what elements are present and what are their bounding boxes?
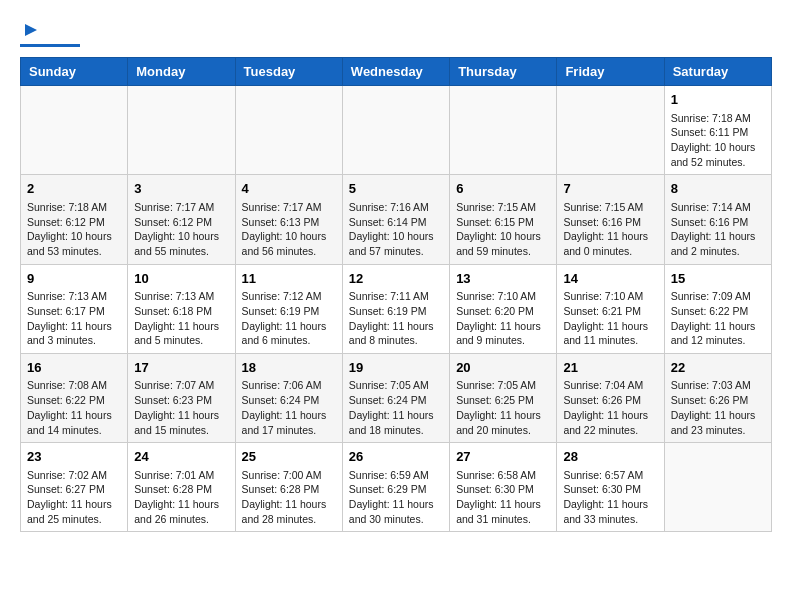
day-number: 18 bbox=[242, 359, 336, 377]
calendar-cell bbox=[450, 86, 557, 175]
calendar-cell: 1Sunrise: 7:18 AM Sunset: 6:11 PM Daylig… bbox=[664, 86, 771, 175]
day-info: Sunrise: 7:09 AM Sunset: 6:22 PM Dayligh… bbox=[671, 289, 765, 348]
calendar-cell: 19Sunrise: 7:05 AM Sunset: 6:24 PM Dayli… bbox=[342, 353, 449, 442]
column-header-saturday: Saturday bbox=[664, 58, 771, 86]
day-number: 3 bbox=[134, 180, 228, 198]
day-info: Sunrise: 7:00 AM Sunset: 6:28 PM Dayligh… bbox=[242, 468, 336, 527]
day-number: 4 bbox=[242, 180, 336, 198]
day-number: 12 bbox=[349, 270, 443, 288]
day-number: 25 bbox=[242, 448, 336, 466]
calendar-cell: 9Sunrise: 7:13 AM Sunset: 6:17 PM Daylig… bbox=[21, 264, 128, 353]
day-info: Sunrise: 6:59 AM Sunset: 6:29 PM Dayligh… bbox=[349, 468, 443, 527]
calendar-cell: 27Sunrise: 6:58 AM Sunset: 6:30 PM Dayli… bbox=[450, 443, 557, 532]
day-info: Sunrise: 7:04 AM Sunset: 6:26 PM Dayligh… bbox=[563, 378, 657, 437]
day-info: Sunrise: 7:03 AM Sunset: 6:26 PM Dayligh… bbox=[671, 378, 765, 437]
day-number: 14 bbox=[563, 270, 657, 288]
calendar-cell: 17Sunrise: 7:07 AM Sunset: 6:23 PM Dayli… bbox=[128, 353, 235, 442]
day-number: 16 bbox=[27, 359, 121, 377]
calendar-cell: 14Sunrise: 7:10 AM Sunset: 6:21 PM Dayli… bbox=[557, 264, 664, 353]
day-info: Sunrise: 7:15 AM Sunset: 6:15 PM Dayligh… bbox=[456, 200, 550, 259]
calendar-cell bbox=[128, 86, 235, 175]
calendar-cell: 13Sunrise: 7:10 AM Sunset: 6:20 PM Dayli… bbox=[450, 264, 557, 353]
calendar-cell: 7Sunrise: 7:15 AM Sunset: 6:16 PM Daylig… bbox=[557, 175, 664, 264]
calendar-week-row: 16Sunrise: 7:08 AM Sunset: 6:22 PM Dayli… bbox=[21, 353, 772, 442]
day-info: Sunrise: 7:08 AM Sunset: 6:22 PM Dayligh… bbox=[27, 378, 121, 437]
calendar-header-row: SundayMondayTuesdayWednesdayThursdayFrid… bbox=[21, 58, 772, 86]
day-number: 22 bbox=[671, 359, 765, 377]
calendar-cell: 5Sunrise: 7:16 AM Sunset: 6:14 PM Daylig… bbox=[342, 175, 449, 264]
day-number: 27 bbox=[456, 448, 550, 466]
day-number: 17 bbox=[134, 359, 228, 377]
calendar-cell: 8Sunrise: 7:14 AM Sunset: 6:16 PM Daylig… bbox=[664, 175, 771, 264]
calendar-cell: 23Sunrise: 7:02 AM Sunset: 6:27 PM Dayli… bbox=[21, 443, 128, 532]
calendar-cell: 12Sunrise: 7:11 AM Sunset: 6:19 PM Dayli… bbox=[342, 264, 449, 353]
day-info: Sunrise: 6:57 AM Sunset: 6:30 PM Dayligh… bbox=[563, 468, 657, 527]
calendar-cell: 21Sunrise: 7:04 AM Sunset: 6:26 PM Dayli… bbox=[557, 353, 664, 442]
day-info: Sunrise: 7:10 AM Sunset: 6:20 PM Dayligh… bbox=[456, 289, 550, 348]
calendar-cell: 3Sunrise: 7:17 AM Sunset: 6:12 PM Daylig… bbox=[128, 175, 235, 264]
day-number: 24 bbox=[134, 448, 228, 466]
calendar-cell: 11Sunrise: 7:12 AM Sunset: 6:19 PM Dayli… bbox=[235, 264, 342, 353]
page-header bbox=[20, 20, 772, 47]
calendar-week-row: 9Sunrise: 7:13 AM Sunset: 6:17 PM Daylig… bbox=[21, 264, 772, 353]
day-info: Sunrise: 7:02 AM Sunset: 6:27 PM Dayligh… bbox=[27, 468, 121, 527]
logo bbox=[20, 20, 80, 47]
day-info: Sunrise: 7:13 AM Sunset: 6:17 PM Dayligh… bbox=[27, 289, 121, 348]
day-info: Sunrise: 7:15 AM Sunset: 6:16 PM Dayligh… bbox=[563, 200, 657, 259]
day-number: 23 bbox=[27, 448, 121, 466]
day-info: Sunrise: 7:10 AM Sunset: 6:21 PM Dayligh… bbox=[563, 289, 657, 348]
day-number: 28 bbox=[563, 448, 657, 466]
calendar-cell bbox=[557, 86, 664, 175]
day-info: Sunrise: 7:17 AM Sunset: 6:12 PM Dayligh… bbox=[134, 200, 228, 259]
logo-underline bbox=[20, 44, 80, 47]
calendar-cell bbox=[21, 86, 128, 175]
calendar-cell: 20Sunrise: 7:05 AM Sunset: 6:25 PM Dayli… bbox=[450, 353, 557, 442]
day-info: Sunrise: 7:05 AM Sunset: 6:25 PM Dayligh… bbox=[456, 378, 550, 437]
calendar-cell bbox=[664, 443, 771, 532]
day-info: Sunrise: 7:16 AM Sunset: 6:14 PM Dayligh… bbox=[349, 200, 443, 259]
day-info: Sunrise: 7:12 AM Sunset: 6:19 PM Dayligh… bbox=[242, 289, 336, 348]
calendar-cell: 26Sunrise: 6:59 AM Sunset: 6:29 PM Dayli… bbox=[342, 443, 449, 532]
day-info: Sunrise: 7:11 AM Sunset: 6:19 PM Dayligh… bbox=[349, 289, 443, 348]
calendar-cell: 4Sunrise: 7:17 AM Sunset: 6:13 PM Daylig… bbox=[235, 175, 342, 264]
day-info: Sunrise: 7:01 AM Sunset: 6:28 PM Dayligh… bbox=[134, 468, 228, 527]
day-number: 13 bbox=[456, 270, 550, 288]
day-number: 2 bbox=[27, 180, 121, 198]
day-number: 15 bbox=[671, 270, 765, 288]
column-header-friday: Friday bbox=[557, 58, 664, 86]
calendar-cell: 6Sunrise: 7:15 AM Sunset: 6:15 PM Daylig… bbox=[450, 175, 557, 264]
day-number: 19 bbox=[349, 359, 443, 377]
column-header-tuesday: Tuesday bbox=[235, 58, 342, 86]
calendar-week-row: 1Sunrise: 7:18 AM Sunset: 6:11 PM Daylig… bbox=[21, 86, 772, 175]
calendar-cell: 10Sunrise: 7:13 AM Sunset: 6:18 PM Dayli… bbox=[128, 264, 235, 353]
day-info: Sunrise: 7:14 AM Sunset: 6:16 PM Dayligh… bbox=[671, 200, 765, 259]
column-header-wednesday: Wednesday bbox=[342, 58, 449, 86]
day-number: 6 bbox=[456, 180, 550, 198]
day-number: 7 bbox=[563, 180, 657, 198]
day-number: 5 bbox=[349, 180, 443, 198]
calendar-cell: 16Sunrise: 7:08 AM Sunset: 6:22 PM Dayli… bbox=[21, 353, 128, 442]
calendar-cell: 15Sunrise: 7:09 AM Sunset: 6:22 PM Dayli… bbox=[664, 264, 771, 353]
calendar-week-row: 23Sunrise: 7:02 AM Sunset: 6:27 PM Dayli… bbox=[21, 443, 772, 532]
day-info: Sunrise: 7:17 AM Sunset: 6:13 PM Dayligh… bbox=[242, 200, 336, 259]
calendar-cell: 28Sunrise: 6:57 AM Sunset: 6:30 PM Dayli… bbox=[557, 443, 664, 532]
calendar-cell: 2Sunrise: 7:18 AM Sunset: 6:12 PM Daylig… bbox=[21, 175, 128, 264]
day-info: Sunrise: 6:58 AM Sunset: 6:30 PM Dayligh… bbox=[456, 468, 550, 527]
day-number: 9 bbox=[27, 270, 121, 288]
day-number: 8 bbox=[671, 180, 765, 198]
day-info: Sunrise: 7:13 AM Sunset: 6:18 PM Dayligh… bbox=[134, 289, 228, 348]
day-info: Sunrise: 7:05 AM Sunset: 6:24 PM Dayligh… bbox=[349, 378, 443, 437]
calendar-week-row: 2Sunrise: 7:18 AM Sunset: 6:12 PM Daylig… bbox=[21, 175, 772, 264]
logo-arrow-icon bbox=[23, 22, 39, 42]
calendar-cell: 22Sunrise: 7:03 AM Sunset: 6:26 PM Dayli… bbox=[664, 353, 771, 442]
column-header-thursday: Thursday bbox=[450, 58, 557, 86]
day-number: 20 bbox=[456, 359, 550, 377]
column-header-sunday: Sunday bbox=[21, 58, 128, 86]
day-number: 11 bbox=[242, 270, 336, 288]
day-info: Sunrise: 7:18 AM Sunset: 6:11 PM Dayligh… bbox=[671, 111, 765, 170]
day-number: 21 bbox=[563, 359, 657, 377]
calendar-cell: 24Sunrise: 7:01 AM Sunset: 6:28 PM Dayli… bbox=[128, 443, 235, 532]
svg-marker-0 bbox=[25, 24, 37, 36]
calendar-cell bbox=[235, 86, 342, 175]
day-number: 26 bbox=[349, 448, 443, 466]
